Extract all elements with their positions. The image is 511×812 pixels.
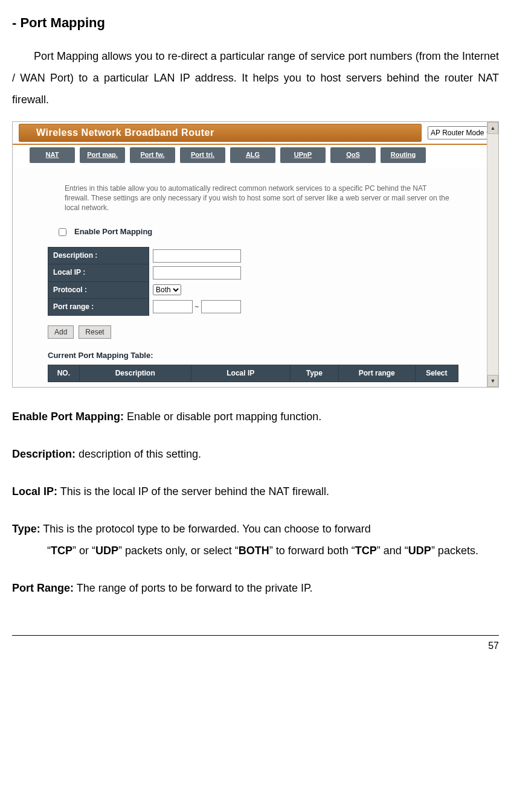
intro-paragraph: Port Mapping allows you to re-direct a p…	[12, 45, 499, 110]
def-enable: Enable Port Mapping: Enable or disable p…	[12, 406, 499, 427]
enable-port-mapping-label: Enable Port Mapping	[74, 226, 152, 238]
def-type-term: Type:	[12, 523, 40, 535]
label-local-ip: Local IP :	[48, 264, 149, 281]
def-description-term: Description:	[12, 448, 76, 460]
section-heading: - Port Mapping	[12, 12, 499, 33]
mapping-table: NO. Description Local IP Type Port range…	[48, 365, 458, 382]
input-local-ip[interactable]	[153, 266, 241, 280]
tab-qos[interactable]: QoS	[330, 147, 376, 163]
def-description-text: description of this setting.	[76, 448, 201, 460]
tab-nat[interactable]: NAT	[30, 147, 75, 163]
def-local-ip-term: Local IP:	[12, 485, 57, 497]
label-description: Description :	[48, 248, 149, 264]
scroll-down-icon[interactable]: ▼	[487, 375, 498, 387]
label-protocol: Protocol :	[48, 281, 149, 298]
input-description[interactable]	[153, 249, 241, 263]
input-port-start[interactable]	[153, 300, 193, 313]
label-port-range: Port range :	[48, 298, 149, 315]
def-local-ip-text: This is the local IP of the server behin…	[57, 485, 329, 497]
nav-tabs: NAT Port map. Port fw. Port tri. ALG UPn…	[13, 145, 498, 168]
select-protocol[interactable]: Both	[153, 284, 181, 295]
settings-form: Description : Local IP : Protocol : Both…	[48, 247, 245, 316]
def-type: Type: This is the protocol type to be fo…	[12, 518, 499, 561]
reset-button[interactable]: Reset	[79, 325, 111, 339]
col-local-ip: Local IP	[191, 365, 290, 382]
tab-alg[interactable]: ALG	[230, 147, 275, 163]
mapping-table-title: Current Port Mapping Table:	[48, 350, 492, 362]
def-local-ip: Local IP: This is the local IP of the se…	[12, 481, 499, 502]
def-description: Description: description of this setting…	[12, 443, 499, 465]
col-port-range: Port range	[338, 365, 415, 382]
col-description: Description	[79, 365, 191, 382]
def-port-range-text: The range of ports to be forward to the …	[74, 582, 313, 594]
def-enable-text: Enable or disable port mapping function.	[124, 411, 321, 423]
mode-select[interactable]: AP Router Mode	[428, 126, 495, 139]
def-port-range-term: Port Range:	[12, 582, 74, 594]
port-range-separator: ~	[194, 302, 199, 311]
tab-routing[interactable]: Routing	[381, 147, 426, 163]
router-title-bar: Wireless Network Broadband Router	[19, 124, 422, 142]
add-button[interactable]: Add	[48, 325, 74, 339]
tab-port-map[interactable]: Port map.	[80, 147, 125, 163]
def-enable-term: Enable Port Mapping:	[12, 411, 124, 423]
col-no: NO.	[48, 365, 80, 382]
page-help-text: Entries in this table allow you to autom…	[65, 184, 451, 213]
tab-port-fw[interactable]: Port fw.	[130, 147, 175, 163]
scroll-up-icon[interactable]: ▲	[487, 122, 498, 134]
def-port-range: Port Range: The range of ports to be for…	[12, 577, 499, 599]
input-port-end[interactable]	[201, 300, 241, 313]
col-type: Type	[290, 365, 338, 382]
tab-upnp[interactable]: UPnP	[280, 147, 326, 163]
tab-port-tri[interactable]: Port tri.	[180, 147, 225, 163]
enable-port-mapping-checkbox[interactable]	[59, 228, 66, 236]
router-screenshot: Wireless Network Broadband Router AP Rou…	[12, 121, 499, 388]
col-select: Select	[415, 365, 458, 382]
page-number: 57	[12, 635, 499, 654]
vertical-scrollbar[interactable]: ▲ ▼	[487, 122, 498, 387]
